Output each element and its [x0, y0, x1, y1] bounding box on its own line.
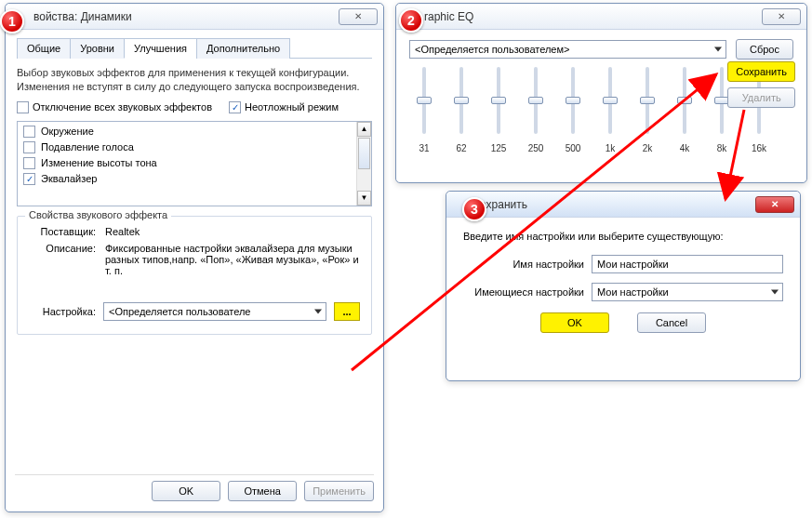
list-item-label: Подавление голоса — [41, 141, 134, 153]
intro-text: Выбор звуковых эффектов для применения к… — [17, 66, 372, 94]
eq-band: 2k — [634, 67, 660, 153]
list-item-label: Эквалайзер — [41, 173, 97, 184]
eq-band: 4k — [672, 67, 698, 153]
cancel-button[interactable]: Отмена — [228, 481, 297, 501]
titlebar[interactable]: raphic EQ ✕ — [396, 4, 806, 30]
checkbox-icon: ✓ — [229, 101, 241, 113]
close-button[interactable]: ✕ — [755, 196, 794, 213]
eq-slider[interactable] — [534, 67, 538, 134]
step-badge-1: 1 — [0, 9, 24, 33]
scroll-thumb[interactable] — [358, 138, 370, 169]
eq-band-label: 62 — [456, 143, 466, 153]
existing-presets-select[interactable]: Мои настройки — [592, 283, 783, 301]
description-label: Описание: — [29, 243, 96, 276]
eq-slider[interactable] — [683, 67, 686, 134]
window-title: охранить — [480, 198, 755, 211]
eq-thumb[interactable] — [603, 97, 618, 104]
eq-thumb[interactable] — [454, 97, 469, 104]
checkbox-icon — [23, 157, 35, 169]
preset-name-input[interactable]: Мои настройки — [592, 255, 783, 273]
eq-thumb[interactable] — [528, 97, 543, 104]
cancel-button[interactable]: Cancel — [637, 312, 706, 333]
tab-strip: Общие Уровни Улучшения Дополнительно — [17, 37, 372, 59]
ok-button[interactable]: OK — [540, 312, 609, 333]
eq-slider[interactable] — [720, 67, 724, 134]
checkbox-label: Отключение всех звуковых эффектов — [33, 101, 212, 113]
eq-band-label: 4k — [680, 143, 690, 153]
checkbox-icon — [23, 126, 35, 138]
eq-band-label: 8k — [717, 143, 727, 153]
select-value: <Определяется пользователем> — [415, 44, 569, 55]
scroll-up-icon[interactable]: ▲ — [357, 122, 371, 137]
checkbox-icon — [17, 101, 29, 113]
select-value: Мои настройки — [597, 286, 669, 298]
checkbox-icon — [23, 141, 35, 153]
tab-levels[interactable]: Уровни — [70, 38, 125, 59]
eq-thumb[interactable] — [491, 97, 506, 104]
eq-band-label: 2k — [643, 143, 653, 153]
list-item-label: Изменение высоты тона — [41, 157, 157, 168]
tab-general[interactable]: Общие — [17, 38, 71, 59]
setting-browse-button[interactable]: ... — [334, 302, 360, 321]
eq-band-label: 16k — [752, 143, 766, 153]
setting-select[interactable]: <Определяется пользователе — [103, 302, 326, 321]
eq-slider[interactable] — [608, 67, 612, 134]
eq-thumb[interactable] — [417, 97, 432, 104]
existing-presets-label: Имеющиеся настройки — [463, 286, 584, 298]
eq-slider[interactable] — [646, 67, 649, 134]
window-title: raphic EQ — [424, 10, 762, 23]
disable-all-effects-checkbox[interactable]: Отключение всех звуковых эффектов — [17, 101, 212, 113]
close-icon: ✕ — [778, 11, 785, 21]
effects-list[interactable]: Окружение Подавление голоса Изменение вы… — [17, 121, 372, 206]
select-value: <Определяется пользователе — [109, 306, 250, 317]
step-badge-3: 3 — [462, 197, 486, 221]
eq-band-label: 250 — [528, 143, 544, 153]
eq-thumb[interactable] — [677, 97, 692, 104]
eq-band: 500 — [560, 67, 586, 153]
ok-button[interactable]: OK — [152, 481, 220, 501]
eq-band-label: 500 — [566, 143, 581, 153]
reset-button[interactable]: Сброс — [736, 39, 793, 60]
eq-slider[interactable] — [497, 67, 500, 134]
prompt-text: Введите имя настройки или выберите сущес… — [463, 231, 783, 242]
graphic-eq-window: raphic EQ ✕ <Определяется пользователем>… — [395, 3, 807, 183]
list-item[interactable]: Окружение — [20, 124, 369, 139]
preset-select[interactable]: <Определяется пользователем> — [409, 40, 726, 59]
setting-label: Настройка: — [29, 306, 96, 317]
vendor-label: Поставщик: — [29, 226, 96, 237]
speaker-properties-window: войства: Динамики ✕ Общие Уровни Улучшен… — [5, 3, 384, 512]
eq-band-label: 31 — [419, 143, 429, 153]
apply-button[interactable]: Применить — [304, 481, 374, 501]
close-button[interactable]: ✕ — [339, 8, 378, 25]
step-badge-2: 2 — [399, 8, 423, 33]
save-button[interactable]: Сохранить — [727, 61, 795, 82]
titlebar[interactable]: войства: Динамики ✕ — [6, 4, 383, 30]
scroll-down-icon[interactable]: ▼ — [357, 191, 371, 206]
list-item[interactable]: Подавление голоса — [20, 139, 369, 155]
group-title: Свойства звукового эффекта — [25, 209, 171, 220]
urgent-mode-checkbox[interactable]: ✓ Неотложный режим — [229, 101, 339, 113]
checkbox-label: Неотложный режим — [245, 101, 339, 113]
delete-button[interactable]: Удалить — [727, 87, 795, 108]
checkbox-icon: ✓ — [23, 173, 35, 185]
list-item[interactable]: Изменение высоты тона — [20, 155, 369, 171]
eq-slider[interactable] — [571, 67, 575, 134]
close-button[interactable]: ✕ — [762, 8, 801, 25]
eq-band: 250 — [523, 67, 549, 153]
tab-advanced[interactable]: Дополнительно — [196, 38, 290, 59]
tab-enhancements[interactable]: Улучшения — [124, 38, 197, 59]
eq-band-label: 1k — [606, 143, 616, 153]
eq-band: 62 — [448, 67, 474, 153]
eq-thumb[interactable] — [566, 97, 580, 104]
input-value: Мои настройки — [597, 259, 669, 270]
eq-slider[interactable] — [459, 67, 463, 134]
save-preset-window: охранить ✕ Введите имя настройки или выб… — [446, 191, 801, 381]
eq-band: 1k — [597, 67, 623, 153]
scrollbar[interactable]: ▲ ▼ — [356, 122, 371, 206]
eq-thumb[interactable] — [640, 97, 655, 104]
eq-slider[interactable] — [422, 67, 426, 134]
window-title: войства: Динамики — [33, 10, 339, 23]
titlebar[interactable]: охранить ✕ — [446, 192, 800, 218]
list-item[interactable]: ✓Эквалайзер — [20, 171, 369, 187]
list-item-label: Окружение — [41, 126, 94, 137]
